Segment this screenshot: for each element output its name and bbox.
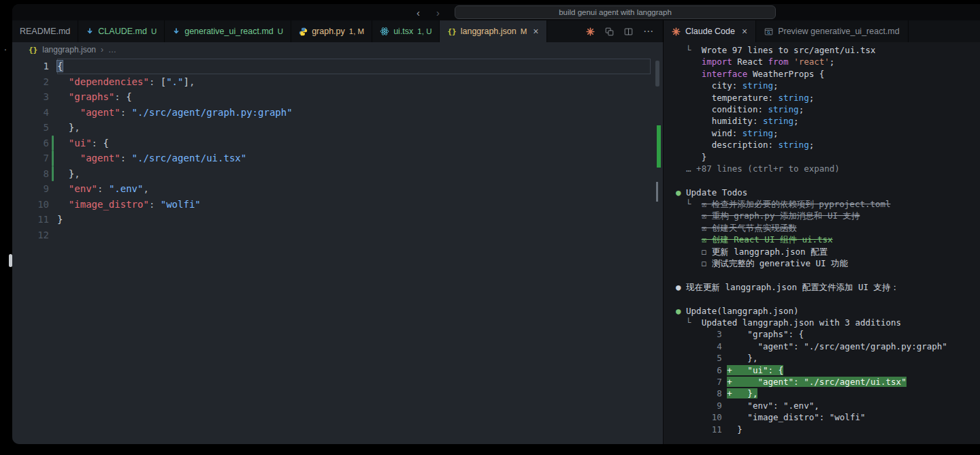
json-icon: {} <box>447 27 456 36</box>
code-line[interactable]: 12 <box>12 227 663 243</box>
terminal-line: 10 "image_distro": "wolfi" <box>676 411 980 423</box>
scrollbar-thumb[interactable] <box>655 61 659 87</box>
terminal-segment: ● <box>676 306 686 316</box>
tab-ui-tsx[interactable]: ui.tsx1, U <box>372 20 440 42</box>
tab-readme-md[interactable]: README.md <box>12 20 78 42</box>
code-line[interactable]: 7 "agent": "./src/agent/ui.tsx" <box>12 151 663 166</box>
code-segment: , <box>143 183 148 194</box>
gutter-change-indicator <box>49 151 57 166</box>
terminal-line: ● 现在更新 langgraph.json 配置文件添加 UI 支持： <box>676 281 980 293</box>
breadcrumb[interactable]: {} langgraph.json › … <box>12 42 663 57</box>
gutter-change-indicator <box>49 105 57 121</box>
code-line[interactable]: 9 "env": ".env", <box>12 181 663 197</box>
claude-code-terminal[interactable]: └ Wrote 97 lines to src/agent/ui.tsx imp… <box>663 42 980 444</box>
code-segment: "wolfi" <box>161 199 201 210</box>
command-center[interactable]: build genui agent with langgraph <box>455 5 776 19</box>
code-segment <box>57 91 69 102</box>
code-segment: : <box>120 107 126 118</box>
terminal-segment: Updated langgraph.json with 3 additions <box>702 317 902 328</box>
terminal-segment: ; <box>809 93 815 103</box>
terminal-line: … +87 lines (ctrl+r to expand) <box>676 163 980 174</box>
tab-generative-ui-react-md[interactable]: generative_ui_react.mdU <box>165 20 291 42</box>
more-actions-icon[interactable]: ⋯ <box>643 25 653 37</box>
tab-label: graph.py <box>312 27 345 36</box>
claude-icon <box>672 27 681 36</box>
terminal-segment: } <box>727 424 742 435</box>
terminal-line: 5 }, <box>676 352 980 364</box>
preview-icon <box>764 27 773 36</box>
gutter-change-indicator <box>49 136 57 151</box>
tab-graph-py[interactable]: graph.py1, M <box>291 20 372 42</box>
terminal-line: ☒ 创建 React UI 组件 ui.tsx <box>676 234 980 245</box>
compare-changes-icon[interactable] <box>605 27 614 36</box>
terminal-segment <box>789 57 794 67</box>
terminal-segment: Wrote 97 lines to src/agent/ui.tsx <box>702 45 876 55</box>
terminal-segment: "graphs": { <box>727 329 804 339</box>
terminal-segment: condition: <box>676 104 768 114</box>
terminal-segment: }, <box>727 353 757 363</box>
terminal-line <box>676 293 980 304</box>
code-segment <box>103 183 108 194</box>
tab-claude-md[interactable]: CLAUDE.mdU <box>78 20 165 42</box>
code-segment: "graphs" <box>69 91 114 102</box>
close-tab-icon[interactable]: × <box>533 27 538 36</box>
code-segment <box>57 153 80 163</box>
code-segment: "image_distro" <box>69 199 149 210</box>
close-panel-icon[interactable]: × <box>742 27 747 36</box>
breadcrumb-more[interactable]: … <box>108 45 116 54</box>
code-segment: "env" <box>69 183 97 194</box>
code-line[interactable]: 4 "agent": "./src/agent/graph.py:graph" <box>12 105 663 121</box>
code-line[interactable]: 11} <box>12 212 663 227</box>
breadcrumb-file[interactable]: langgraph.json <box>42 45 96 54</box>
code-line[interactable]: 2 "dependencies": ["."], <box>12 74 663 90</box>
code-line[interactable]: 6 "ui": { <box>12 136 663 151</box>
tab-langgraph-json[interactable]: {}langgraph.jsonM× <box>440 20 546 42</box>
markdown-icon <box>172 27 180 35</box>
tab-bar: README.mdCLAUDE.mdUgenerative_ui_react.m… <box>12 20 980 42</box>
code-line[interactable]: 10 "image_distro": "wolfi" <box>12 197 663 213</box>
code-text: "env": ".env", <box>57 181 651 197</box>
terminal-segment: city: <box>676 80 742 91</box>
terminal-line: ☒ 重构 graph.py 添加消息和 UI 支持 <box>676 210 980 221</box>
vscode-window: ‹ › build genui agent with langgraph REA… <box>12 4 980 444</box>
panel-tab-label: Preview generative_ui_react.md <box>778 27 900 36</box>
editor-scrollbar[interactable] <box>654 60 661 444</box>
terminal-segment: 4 <box>676 341 727 351</box>
python-icon <box>299 27 308 36</box>
navigate-back-icon[interactable]: ‹ <box>416 7 420 18</box>
breadcrumb-separator-icon: › <box>101 45 103 54</box>
terminal-line: ● Update(langgraph.json) <box>676 305 980 317</box>
code-segment <box>57 183 69 194</box>
panel-tab-preview-generative-ui-react-md[interactable]: Preview generative_ui_react.md <box>756 20 909 42</box>
editor-code[interactable]: 1{2 "dependencies": ["."],3 "graphs": {4… <box>12 57 663 444</box>
title-bar: ‹ › build genui agent with langgraph <box>12 4 980 20</box>
gutter-change-indicator <box>49 59 57 74</box>
code-text: "image_distro": "wolfi" <box>57 197 651 213</box>
terminal-line: └ Wrote 97 lines to src/agent/ui.tsx <box>676 44 980 56</box>
split-editor-icon[interactable] <box>624 27 633 36</box>
terminal-segment: import <box>702 57 732 67</box>
code-text: "graphs": { <box>57 89 651 105</box>
gutter-change-indicator <box>49 120 57 136</box>
command-center-text: build genui agent with langgraph <box>559 8 672 16</box>
code-line[interactable]: 5 }, <box>12 120 663 136</box>
panel-tab-claude-code[interactable]: Claude Code× <box>664 20 756 42</box>
code-line[interactable]: 1{ <box>12 59 663 74</box>
code-text: } <box>57 212 651 227</box>
terminal-segment: string <box>742 80 773 91</box>
editor-area: {} langgraph.json › … 1{2 "dependencies"… <box>12 42 663 444</box>
terminal-segment: string <box>742 128 773 138</box>
navigate-forward-icon[interactable]: › <box>436 7 440 18</box>
terminal-segment: "image_distro": "wolfi" <box>727 412 865 422</box>
markdown-icon <box>86 27 94 35</box>
terminal-line: 11 } <box>676 424 980 435</box>
terminal-line <box>676 269 980 281</box>
code-line[interactable]: 3 "graphs": { <box>12 89 663 105</box>
panel-tab-label: Claude Code <box>685 27 735 36</box>
claude-icon[interactable] <box>586 27 595 36</box>
code-segment <box>57 168 69 179</box>
terminal-segment: Update(langgraph.json) <box>686 306 799 316</box>
line-number: 2 <box>12 74 49 90</box>
code-line[interactable]: 8 }, <box>12 166 663 182</box>
code-segment: { <box>57 61 63 72</box>
